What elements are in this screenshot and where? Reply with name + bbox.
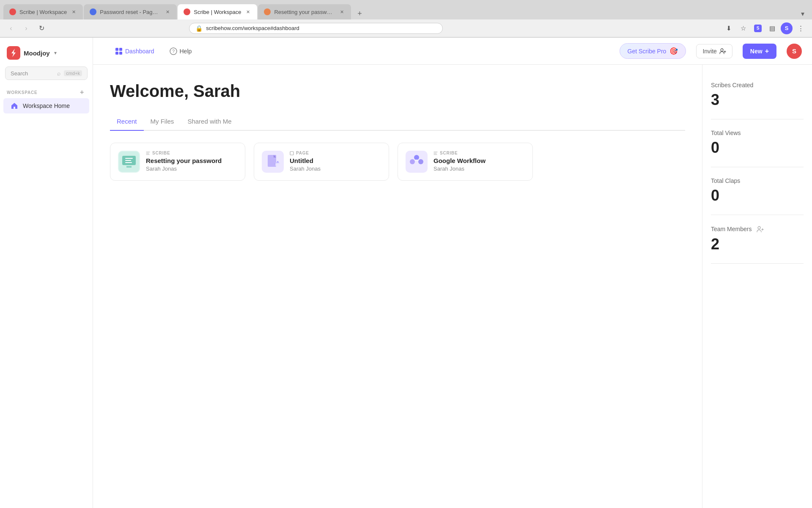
home-icon [10, 102, 19, 110]
browser-tab-2[interactable]: Password reset - Page Flows ✕ [84, 4, 177, 19]
total-claps-value: 0 [711, 187, 804, 204]
svg-rect-2 [119, 48, 122, 51]
profile-circle[interactable]: S [781, 22, 793, 34]
user-avatar[interactable]: S [787, 44, 802, 59]
file-card-1[interactable]: SCRIBE Resetting your password Sarah Jon… [110, 143, 245, 181]
tab-title-4: Resetting your password | Scri... [274, 9, 335, 15]
new-label: New [750, 48, 763, 55]
download-icon[interactable]: ⬇ [723, 22, 735, 34]
forward-button[interactable]: › [20, 22, 32, 34]
svg-text:?: ? [172, 49, 174, 54]
total-claps-label: Total Claps [711, 177, 804, 184]
file-name-2: Untitled [290, 157, 381, 164]
file-info-3: SCRIBE Google Workflow Sarah Jonas [433, 151, 525, 172]
file-type-3: SCRIBE [433, 151, 525, 155]
svg-point-7 [721, 49, 723, 51]
file-info-2: PAGE Untitled Sarah Jonas [290, 151, 381, 172]
search-placeholder: Search [11, 70, 54, 77]
tab-recent[interactable]: Recent [110, 114, 144, 131]
total-views-label: Total Views [711, 130, 804, 136]
header-help-link[interactable]: ? Help [166, 45, 195, 58]
file-grid: SCRIBE Resetting your password Sarah Jon… [110, 143, 685, 181]
new-plus-icon: + [765, 47, 769, 55]
dashboard: Welcome, Sarah Recent My Files Shared wi… [93, 65, 812, 508]
stat-total-views: Total Views 0 [711, 119, 804, 167]
stat-team-members: Team Members 2 [711, 215, 804, 264]
invite-label: Invite [702, 48, 716, 55]
get-pro-icon: 🎯 [669, 47, 678, 55]
scribes-created-label: Scribes Created [711, 82, 804, 88]
search-bar[interactable]: Search ⌕ cmd+k [5, 66, 88, 80]
sidebar-logo-caret: ▾ [54, 50, 57, 56]
app-header: Dashboard ? Help Get Scribe Pro 🎯 Invite [93, 38, 812, 65]
new-button[interactable]: New + [743, 44, 776, 59]
tab-my-files[interactable]: My Files [144, 114, 181, 131]
file-name-3: Google Workflow [433, 157, 525, 164]
sidebar-item-workspace-home[interactable]: Workspace Home [3, 98, 89, 113]
tab-bar: Scribe | Workspace ✕ Password reset - Pa… [0, 0, 812, 19]
header-dashboard-link[interactable]: Dashboard [112, 45, 158, 58]
svg-point-24 [414, 155, 419, 160]
team-members-value: 2 [711, 235, 804, 253]
tab-list-button[interactable]: ▾ [797, 8, 809, 19]
scribe-logo-icon [7, 46, 20, 60]
bookmark-icon[interactable]: ☆ [738, 22, 749, 34]
stat-total-claps: Total Claps 0 [711, 167, 804, 215]
tab-close-4[interactable]: ✕ [338, 8, 345, 15]
svg-rect-19 [274, 155, 276, 157]
get-pro-button[interactable]: Get Scribe Pro 🎯 [620, 43, 686, 59]
tab-close-3[interactable]: ✕ [244, 8, 251, 15]
tab-favicon-2 [90, 8, 96, 15]
url-text: scribehow.com/workspace#dashboard [206, 25, 436, 31]
help-icon: ? [170, 47, 177, 55]
file-type-1: SCRIBE [146, 151, 237, 155]
sidebar: Moodjoy ▾ Search ⌕ cmd+k WORKSPACE + Wor… [0, 38, 93, 508]
browser-tab-3[interactable]: Scribe | Workspace ✕ [178, 4, 257, 19]
file-card-2[interactable]: PAGE Untitled Sarah Jonas [254, 143, 389, 181]
address-bar-row: ‹ › ↻ 🔒 scribehow.com/workspace#dashboar… [0, 19, 812, 37]
extension-icon-1[interactable]: S [752, 22, 764, 34]
tab-close-1[interactable]: ✕ [70, 8, 77, 15]
browser-tab-1[interactable]: Scribe | Workspace ✕ [3, 4, 83, 19]
browser-chrome: Scribe | Workspace ✕ Password reset - Pa… [0, 0, 812, 38]
svg-point-25 [418, 159, 423, 164]
search-icon: ⌕ [57, 70, 60, 77]
sidebar-icon[interactable]: ▤ [766, 22, 778, 34]
refresh-button[interactable]: ↻ [36, 22, 47, 34]
invite-icon [719, 48, 726, 55]
header-nav: Dashboard ? Help [112, 45, 195, 58]
scribe-thumb-icon-1 [119, 152, 139, 172]
get-pro-label: Get Scribe Pro [628, 48, 667, 55]
new-tab-button[interactable]: + [354, 8, 365, 19]
search-shortcut: cmd+k [64, 70, 82, 76]
back-button[interactable]: ‹ [5, 22, 17, 34]
sidebar-logo[interactable]: Moodjoy ▾ [0, 43, 93, 66]
file-card-3[interactable]: SCRIBE Google Workflow Sarah Jonas [398, 143, 533, 181]
address-bar[interactable]: 🔒 scribehow.com/workspace#dashboard [189, 23, 443, 34]
svg-rect-3 [115, 52, 118, 55]
tab-title-1: Scribe | Workspace [19, 9, 67, 15]
tab-shared[interactable]: Shared with Me [181, 114, 238, 131]
help-label: Help [180, 48, 192, 55]
svg-rect-1 [115, 48, 118, 51]
svg-point-23 [410, 159, 415, 164]
tab-close-2[interactable]: ✕ [164, 8, 171, 15]
scribe-type-icon-3 [433, 151, 438, 155]
svg-rect-22 [406, 152, 427, 172]
total-views-value: 0 [711, 139, 804, 157]
team-members-icon [757, 225, 764, 233]
file-thumb-2 [262, 151, 284, 173]
team-members-row: Team Members [711, 225, 804, 233]
workspace-add-button[interactable]: + [78, 88, 86, 96]
file-info-1: SCRIBE Resetting your password Sarah Jon… [146, 151, 237, 172]
menu-icon[interactable]: ⋮ [795, 22, 807, 34]
invite-button[interactable]: Invite [696, 44, 732, 58]
content-tabs: Recent My Files Shared with Me [110, 114, 685, 131]
welcome-title: Welcome, Sarah [110, 82, 685, 101]
file-author-3: Sarah Jonas [433, 166, 525, 172]
sidebar-logo-text: Moodjoy [24, 50, 50, 57]
tab-favicon-4 [264, 8, 271, 15]
browser-tab-4[interactable]: Resetting your password | Scri... ✕ [258, 4, 351, 19]
svg-rect-21 [290, 152, 294, 155]
file-author-1: Sarah Jonas [146, 166, 237, 172]
